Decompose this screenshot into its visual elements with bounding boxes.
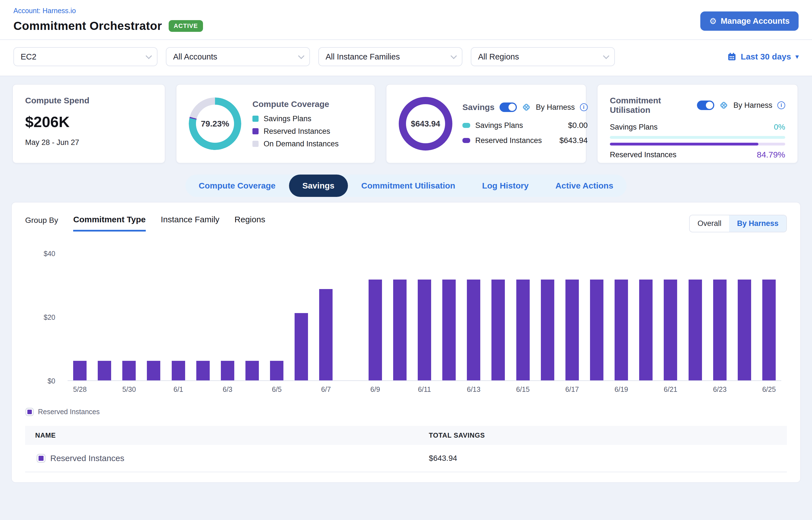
bar-6/10[interactable] (393, 280, 407, 380)
compute-spend-title: Compute Spend (25, 96, 153, 105)
by-harness-toggle[interactable] (697, 101, 714, 110)
regions-select[interactable]: All Regions (471, 47, 615, 66)
legend-item: Savings Plans (253, 114, 339, 123)
reserved-instances-swatch (463, 138, 470, 143)
bar-5/30[interactable] (122, 361, 136, 380)
manage-accounts-button[interactable]: ⚙ Manage Accounts (700, 11, 798, 31)
legend-swatch-savings-plans (253, 115, 259, 122)
accounts-select-value: All Accounts (173, 52, 217, 61)
row-name: Reserved Instances (50, 453, 124, 463)
segment-by-harness[interactable]: By Harness (729, 215, 786, 232)
bar-6/2[interactable] (196, 361, 210, 380)
service-select[interactable]: EC2 (14, 47, 157, 66)
savings-card: $643.94 Savings By Harn (386, 84, 586, 163)
group-by-label: Group By (25, 215, 58, 225)
commitment-utilisation-title: Commitment Utilisation (610, 96, 697, 115)
savings-row-value: $643.94 (559, 136, 587, 145)
savings-row-value: $0.00 (568, 121, 588, 130)
coverage-legend: Savings Plans Reserved Instances On Dema… (253, 114, 339, 148)
info-icon[interactable]: i (777, 101, 785, 109)
bar-slot (141, 254, 166, 380)
status-badge: ACTIVE (169, 20, 203, 32)
bar-6/5[interactable] (270, 361, 283, 380)
by-harness-toggle[interactable] (500, 103, 517, 112)
instance-families-select[interactable]: All Instance Families (318, 47, 463, 66)
bar-6/17[interactable] (566, 280, 579, 380)
harness-logo-icon (522, 103, 531, 112)
bar-6/24[interactable] (738, 280, 751, 380)
compute-spend-period: May 28 - Jun 27 (25, 138, 153, 147)
regions-select-value: All Regions (478, 52, 519, 61)
tab-active-actions[interactable]: Active Actions (542, 175, 627, 197)
bar-6/15[interactable] (516, 280, 530, 380)
bar-6/4[interactable] (245, 361, 259, 380)
compute-coverage-card: 79.23% Compute Coverage Savings Plans Re… (176, 84, 375, 163)
bar-6/12[interactable] (442, 280, 456, 380)
date-range-picker[interactable]: Last 30 days ▾ (727, 52, 798, 61)
bar-6/7[interactable] (319, 289, 333, 380)
group-by-instance-family[interactable]: Instance Family (161, 215, 219, 230)
bar-6/3[interactable] (221, 361, 234, 380)
bar-slot (486, 254, 510, 380)
bar-6/1[interactable] (172, 361, 185, 380)
info-icon[interactable]: i (580, 103, 588, 111)
tab-compute-coverage[interactable]: Compute Coverage (185, 175, 289, 197)
instance-families-select-value: All Instance Families (325, 52, 400, 61)
bar-5/31[interactable] (147, 361, 160, 380)
bar-6/6[interactable] (295, 313, 308, 380)
section-tabs: Compute Coverage Savings Commitment Util… (185, 175, 627, 197)
bar-slot (191, 254, 215, 380)
bar-6/9[interactable] (369, 280, 382, 380)
bar-slot: 5/28 (68, 254, 92, 380)
bar-slot (388, 254, 412, 380)
legend-swatch-on-demand (253, 141, 259, 147)
toggle-knob (706, 102, 713, 109)
bar-6/11[interactable] (418, 280, 431, 380)
compute-spend-card: Compute Spend $206K May 28 - Jun 27 (12, 84, 165, 163)
bar-6/23[interactable] (713, 280, 727, 380)
bar-6/16[interactable] (541, 280, 554, 380)
bar-6/19[interactable] (614, 280, 628, 380)
bar-slot: 6/13 (461, 254, 486, 380)
bar-slot: 6/15 (511, 254, 535, 380)
y-tick-label: $0 (32, 377, 55, 385)
group-by-regions[interactable]: Regions (235, 215, 265, 230)
tab-commitment-utilisation[interactable]: Commitment Utilisation (348, 175, 469, 197)
summary-cards: Compute Spend $206K May 28 - Jun 27 79.2… (0, 76, 812, 163)
bar-slot: 6/17 (560, 254, 584, 380)
row-total-savings: $643.94 (429, 454, 457, 463)
bar-slot (338, 254, 363, 380)
bar-5/28[interactable] (73, 361, 86, 380)
legend-label: Reserved Instances (264, 127, 330, 136)
group-by-commitment-type[interactable]: Commitment Type (73, 215, 146, 232)
x-tick-label: 6/3 (223, 385, 233, 393)
accounts-select[interactable]: All Accounts (166, 47, 310, 66)
bar-6/20[interactable] (639, 280, 653, 380)
reserved-instances-progress-bar (610, 143, 785, 146)
bar-5/29[interactable] (98, 361, 111, 380)
toggle-knob (508, 104, 516, 111)
bar-6/18[interactable] (590, 280, 603, 380)
x-tick-label: 6/13 (467, 385, 480, 393)
bar-slot (634, 254, 658, 380)
tab-log-history[interactable]: Log History (469, 175, 542, 197)
bar-slot: 6/9 (363, 254, 388, 380)
page-title: Commitment Orchestrator (14, 19, 162, 33)
account-link[interactable]: Account: Harness.io (14, 7, 76, 15)
bar-slot (92, 254, 117, 380)
bar-6/22[interactable] (688, 280, 702, 380)
x-tick-label: 6/19 (614, 385, 628, 393)
row-swatch (37, 454, 45, 462)
table-row[interactable]: Reserved Instances $643.94 (25, 445, 787, 472)
bar-6/13[interactable] (467, 280, 480, 380)
x-tick-label: 6/15 (516, 385, 530, 393)
savings-row: Reserved Instances $643.94 (463, 136, 588, 145)
bar-6/25[interactable] (762, 280, 776, 380)
bar-6/21[interactable] (664, 280, 677, 380)
tab-savings[interactable]: Savings (289, 175, 348, 197)
savings-breakdown: Savings Plans $0.00 Reserved Instances $… (463, 121, 588, 145)
harness-logo-icon (719, 101, 728, 110)
segment-overall[interactable]: Overall (690, 215, 729, 232)
bar-6/14[interactable] (492, 280, 505, 380)
chart-legend: Reserved Instances (26, 408, 787, 416)
